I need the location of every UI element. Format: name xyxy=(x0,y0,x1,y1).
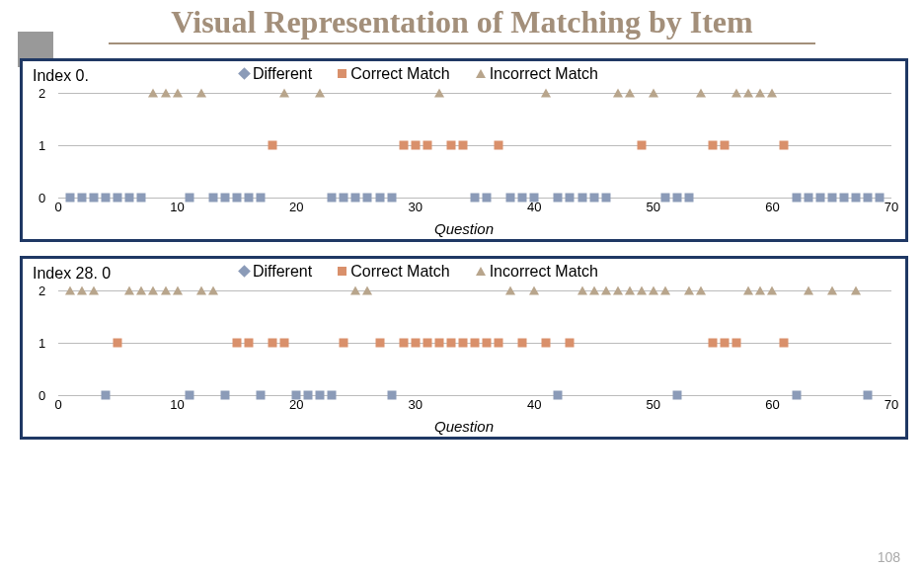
different-icon xyxy=(238,67,251,80)
page-title: Visual Representation of Matching by Ite… xyxy=(109,0,815,44)
data-point-incorrect-match xyxy=(89,285,99,294)
data-point-correct-match xyxy=(637,140,646,149)
data-point-incorrect-match xyxy=(65,285,75,294)
data-point-incorrect-match xyxy=(851,285,861,294)
data-point-incorrect-match xyxy=(161,88,171,97)
data-point-incorrect-match xyxy=(350,285,360,294)
ytick-label: 2 xyxy=(38,283,45,297)
ytick-label: 1 xyxy=(38,137,45,152)
data-point-incorrect-match xyxy=(649,88,658,97)
plot-area: 012 xyxy=(58,290,891,395)
data-point-incorrect-match xyxy=(77,285,87,294)
correct-icon xyxy=(338,267,346,276)
data-point-correct-match xyxy=(411,140,420,149)
data-point-correct-match xyxy=(375,338,384,347)
data-point-incorrect-match xyxy=(148,88,158,97)
data-point-correct-match xyxy=(471,338,480,347)
data-point-incorrect-match xyxy=(684,285,694,294)
xtick-label: 20 xyxy=(289,397,303,412)
data-point-incorrect-match xyxy=(767,88,777,97)
legend-item-incorrect: Incorrect Match xyxy=(476,65,598,83)
chart-legend: DifferentCorrect MatchIncorrect Match xyxy=(240,65,598,83)
data-point-incorrect-match xyxy=(743,88,753,97)
gridline xyxy=(58,290,891,291)
data-point-incorrect-match xyxy=(362,285,372,294)
x-axis: 010203040506070 xyxy=(58,200,891,219)
data-point-correct-match xyxy=(780,338,789,347)
data-point-incorrect-match xyxy=(589,285,599,294)
data-point-correct-match xyxy=(732,338,741,347)
data-point-incorrect-match xyxy=(124,285,134,294)
incorrect-icon xyxy=(476,69,486,78)
xtick-label: 70 xyxy=(885,397,898,412)
data-point-incorrect-match xyxy=(148,285,158,294)
legend-item-different: Different xyxy=(240,263,312,281)
data-point-correct-match xyxy=(483,338,492,347)
data-point-incorrect-match xyxy=(755,285,765,294)
data-point-incorrect-match xyxy=(637,285,647,294)
data-point-incorrect-match xyxy=(613,285,623,294)
data-point-incorrect-match xyxy=(279,88,289,97)
chart-0: Index 0.DifferentCorrect MatchIncorrect … xyxy=(20,58,908,242)
legend-label: Correct Match xyxy=(350,65,449,83)
xtick-label: 60 xyxy=(765,397,779,412)
charts-container: Index 0.DifferentCorrect MatchIncorrect … xyxy=(0,58,924,440)
legend-label: Incorrect Match xyxy=(490,263,598,281)
data-point-incorrect-match xyxy=(743,285,753,294)
xtick-label: 10 xyxy=(170,397,184,412)
xtick-label: 50 xyxy=(647,200,660,214)
data-point-incorrect-match xyxy=(625,285,635,294)
data-point-correct-match xyxy=(495,140,503,149)
data-point-incorrect-match xyxy=(505,285,515,294)
legend-label: Incorrect Match xyxy=(490,65,598,83)
correct-icon xyxy=(338,69,346,78)
chart-index-label: Index 0. xyxy=(33,67,89,85)
xtick-label: 0 xyxy=(54,397,61,412)
data-point-correct-match xyxy=(542,338,551,347)
legend-item-incorrect: Incorrect Match xyxy=(476,263,598,281)
data-point-incorrect-match xyxy=(541,88,551,97)
chart-legend: DifferentCorrect MatchIncorrect Match xyxy=(240,263,598,281)
xtick-label: 30 xyxy=(408,200,422,214)
data-point-incorrect-match xyxy=(529,285,539,294)
chart-index-label: Index 28. 0 xyxy=(33,265,111,283)
gridline xyxy=(58,395,891,396)
ytick-label: 1 xyxy=(38,335,45,350)
data-point-correct-match xyxy=(411,338,420,347)
data-point-correct-match xyxy=(446,338,455,347)
data-point-correct-match xyxy=(721,140,730,149)
legend-label: Different xyxy=(253,263,312,281)
legend-item-correct: Correct Match xyxy=(338,65,449,83)
data-point-correct-match xyxy=(780,140,789,149)
data-point-incorrect-match xyxy=(196,285,206,294)
data-point-correct-match xyxy=(423,338,431,347)
chart-1: Index 28. 0DifferentCorrect MatchIncorre… xyxy=(20,256,908,440)
data-point-correct-match xyxy=(518,338,527,347)
data-point-incorrect-match xyxy=(649,285,658,294)
data-point-incorrect-match xyxy=(613,88,623,97)
data-point-incorrect-match xyxy=(173,285,183,294)
data-point-correct-match xyxy=(340,338,348,347)
data-point-incorrect-match xyxy=(732,88,741,97)
data-point-correct-match xyxy=(244,338,253,347)
data-point-correct-match xyxy=(566,338,575,347)
data-point-incorrect-match xyxy=(161,285,171,294)
x-axis-label: Question xyxy=(434,418,494,435)
xtick-label: 0 xyxy=(54,200,61,214)
data-point-incorrect-match xyxy=(578,285,587,294)
xtick-label: 40 xyxy=(527,200,541,214)
data-point-incorrect-match xyxy=(804,285,813,294)
data-point-correct-match xyxy=(721,338,730,347)
xtick-label: 50 xyxy=(647,397,660,412)
data-point-correct-match xyxy=(446,140,455,149)
data-point-incorrect-match xyxy=(136,285,146,294)
data-point-correct-match xyxy=(458,140,467,149)
different-icon xyxy=(238,265,251,278)
page-number: 108 xyxy=(878,549,900,565)
xtick-label: 10 xyxy=(170,200,184,214)
data-point-correct-match xyxy=(280,338,289,347)
data-point-correct-match xyxy=(709,140,718,149)
xtick-label: 70 xyxy=(885,200,898,214)
data-point-correct-match xyxy=(458,338,467,347)
data-point-correct-match xyxy=(434,338,443,347)
